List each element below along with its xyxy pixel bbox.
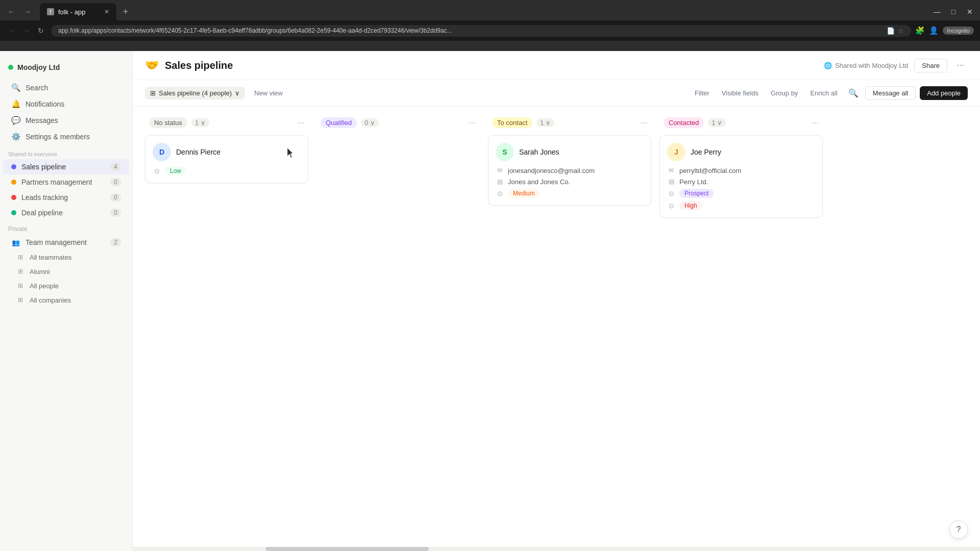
enrich-all-button[interactable]: Enrich all bbox=[806, 87, 841, 99]
profile-icon[interactable]: 👤 bbox=[929, 26, 939, 35]
card-name-dennis: Dennis Pierce bbox=[176, 148, 220, 156]
sidebar-item-settings[interactable]: ⚙️ Settings & members bbox=[3, 129, 129, 145]
card-name-joe: Joe Perry bbox=[691, 148, 721, 156]
org-name[interactable]: Moodjoy Ltd bbox=[0, 59, 132, 80]
app-layout: Moodjoy Ltd 🔍 Search 🔔 Notifications 💬 M… bbox=[0, 51, 980, 551]
message-all-button[interactable]: Message all bbox=[865, 86, 916, 100]
qualified-more-btn[interactable]: ··· bbox=[469, 118, 476, 128]
browser-back-btn[interactable]: ← bbox=[4, 5, 18, 19]
email-icon-sarah: ✉ bbox=[496, 166, 504, 174]
extension-icon[interactable]: 🧩 bbox=[915, 26, 925, 35]
group-by-button[interactable]: Group by bbox=[767, 87, 802, 99]
sidebar-item-deal-pipeline[interactable]: Deal pipeline 0 bbox=[3, 205, 129, 220]
to-contact-more-btn[interactable]: ··· bbox=[641, 118, 647, 128]
view-grid-icon: ⊞ bbox=[150, 89, 156, 97]
page-header: 🤝 Sales pipeline 🌐 Shared with Moodjoy L… bbox=[133, 51, 980, 80]
sidebar-item-team-management[interactable]: 👥 Team management 2 bbox=[3, 235, 129, 250]
priority-icon-joe: ⊙ bbox=[667, 202, 675, 210]
page-title: Sales pipeline bbox=[165, 60, 233, 71]
add-people-button[interactable]: Add people bbox=[920, 86, 968, 100]
share-button[interactable]: Share bbox=[914, 59, 947, 72]
priority-icon-sarah: ⊙ bbox=[496, 189, 504, 197]
sidebar-item-partners-management[interactable]: Partners management 0 bbox=[3, 174, 129, 190]
view-selector[interactable]: ⊞ Sales pipeline (4 people) ∨ bbox=[145, 87, 245, 99]
browser-forward-btn[interactable]: → bbox=[20, 5, 35, 19]
help-button[interactable]: ? bbox=[949, 520, 968, 539]
active-tab[interactable]: f folk - app ✕ bbox=[40, 3, 116, 20]
company-icon-sarah: ▤ bbox=[496, 178, 504, 186]
sidebar-sub-item-alumni[interactable]: ⊞ Alumni bbox=[3, 264, 129, 279]
grid-icon-alumni: ⊞ bbox=[16, 267, 24, 276]
toolbar: ⊞ Sales pipeline (4 people) ∨ New view F… bbox=[133, 80, 980, 106]
message-icon: 💬 bbox=[11, 116, 20, 125]
nav-refresh-btn[interactable]: ↻ bbox=[35, 24, 47, 37]
scrollbar-thumb[interactable] bbox=[265, 547, 429, 551]
card-sarah-jones[interactable]: S Sarah Jones ✉ jonesandjonesco@gmail.co… bbox=[488, 135, 651, 206]
company-icon-joe: ▤ bbox=[667, 178, 675, 186]
no-status-more-btn[interactable]: ··· bbox=[298, 118, 304, 128]
new-tab-btn[interactable]: + bbox=[118, 5, 133, 19]
sidebar-item-sales-pipeline[interactable]: Sales pipeline 4 bbox=[3, 159, 129, 174]
sidebar-sub-item-all-people[interactable]: ⊞ All people bbox=[3, 279, 129, 293]
shared-with-badge: 🌐 Shared with Moodjoy Ltd bbox=[824, 62, 908, 69]
visible-fields-button[interactable]: Visible fields bbox=[718, 87, 763, 99]
avatar-sarah: S bbox=[496, 143, 514, 161]
column-contacted: Contacted 1 ∨ ··· J Joe Perry ✉ perryltd… bbox=[659, 114, 823, 539]
more-options-btn[interactable]: ··· bbox=[953, 58, 968, 72]
column-no-status: No status 1 ∨ ··· D Dennis Pierce ⊙ Low bbox=[145, 114, 308, 539]
card-dennis-pierce[interactable]: D Dennis Pierce ⊙ Low bbox=[145, 135, 308, 183]
no-status-count: 1 ∨ bbox=[191, 118, 209, 127]
tab-favicon: f bbox=[47, 8, 54, 15]
share-globe-icon: 🌐 bbox=[824, 62, 832, 69]
card-field-prospect-joe: ⊙ Prospect bbox=[667, 189, 815, 198]
search-icon: 🔍 bbox=[11, 83, 20, 92]
avatar-joe: J bbox=[667, 143, 685, 161]
to-contact-badge: To contact bbox=[492, 117, 532, 128]
nav-back-arrow[interactable]: ← bbox=[6, 24, 18, 37]
horizontal-scrollbar[interactable] bbox=[133, 547, 980, 551]
sidebar-item-search[interactable]: 🔍 Search bbox=[3, 80, 129, 96]
column-header-qualified: Qualified 0 ∨ ··· bbox=[316, 114, 480, 131]
address-bar[interactable]: app.folk.app/apps/contacts/network/4f652… bbox=[51, 25, 911, 37]
priority-icon-dennis: ⊙ bbox=[153, 167, 161, 175]
page-emoji: 🤝 bbox=[145, 59, 159, 72]
email-icon-joe: ✉ bbox=[667, 166, 675, 174]
contacted-badge: Contacted bbox=[664, 117, 704, 128]
card-field-email-sarah: ✉ jonesandjonesco@gmail.com bbox=[496, 166, 644, 174]
reader-mode-icon: 📄 bbox=[887, 27, 895, 35]
window-maximize-btn[interactable]: □ bbox=[947, 6, 960, 18]
view-chevron-icon: ∨ bbox=[235, 89, 240, 97]
column-header-to-contact: To contact 1 ∨ ··· bbox=[488, 114, 651, 131]
nav-forward-arrow[interactable]: → bbox=[20, 24, 33, 37]
sidebar-item-leads-tracking[interactable]: Leads tracking 0 bbox=[3, 190, 129, 205]
main-content: 🤝 Sales pipeline 🌐 Shared with Moodjoy L… bbox=[133, 51, 980, 551]
filter-button[interactable]: Filter bbox=[691, 87, 714, 99]
new-view-button[interactable]: New view bbox=[249, 87, 288, 99]
deal-pipeline-dot bbox=[11, 210, 16, 215]
tab-close-btn[interactable]: ✕ bbox=[104, 8, 109, 15]
team-icon: 👥 bbox=[11, 238, 20, 247]
sidebar-item-notifications[interactable]: 🔔 Notifications bbox=[3, 96, 129, 112]
company-value-sarah: Jones and Jones Co. bbox=[508, 178, 570, 186]
org-status-dot bbox=[8, 65, 13, 70]
search-toolbar-icon[interactable]: 🔍 bbox=[846, 85, 861, 101]
qualified-count: 0 ∨ bbox=[361, 118, 379, 127]
grid-icon-teammates: ⊞ bbox=[16, 253, 24, 261]
tab-title: folk - app bbox=[58, 8, 85, 16]
grid-icon-people: ⊞ bbox=[16, 282, 24, 290]
no-status-badge: No status bbox=[149, 117, 187, 128]
leads-tracking-dot bbox=[11, 195, 16, 200]
bookmark-star-icon[interactable]: ☆ bbox=[898, 27, 904, 35]
email-value-sarah: jonesandjonesco@gmail.com bbox=[508, 167, 595, 174]
window-minimize-btn[interactable]: — bbox=[931, 6, 943, 18]
card-field-priority-joe: ⊙ High bbox=[667, 201, 815, 210]
contacted-more-btn[interactable]: ··· bbox=[812, 118, 819, 128]
sidebar-sub-item-all-companies[interactable]: ⊞ All companies bbox=[3, 293, 129, 307]
sidebar-sub-item-all-teammates[interactable]: ⊞ All teammates bbox=[3, 250, 129, 264]
kanban-board: No status 1 ∨ ··· D Dennis Pierce ⊙ Low bbox=[133, 106, 980, 547]
card-joe-perry[interactable]: J Joe Perry ✉ perryltd@official.com ▤ Pe… bbox=[659, 135, 823, 218]
priority-badge-dennis: Low bbox=[165, 166, 186, 176]
sidebar-item-messages[interactable]: 💬 Messages bbox=[3, 112, 129, 129]
window-close-btn[interactable]: ✕ bbox=[964, 6, 976, 18]
sales-pipeline-dot bbox=[11, 164, 16, 169]
